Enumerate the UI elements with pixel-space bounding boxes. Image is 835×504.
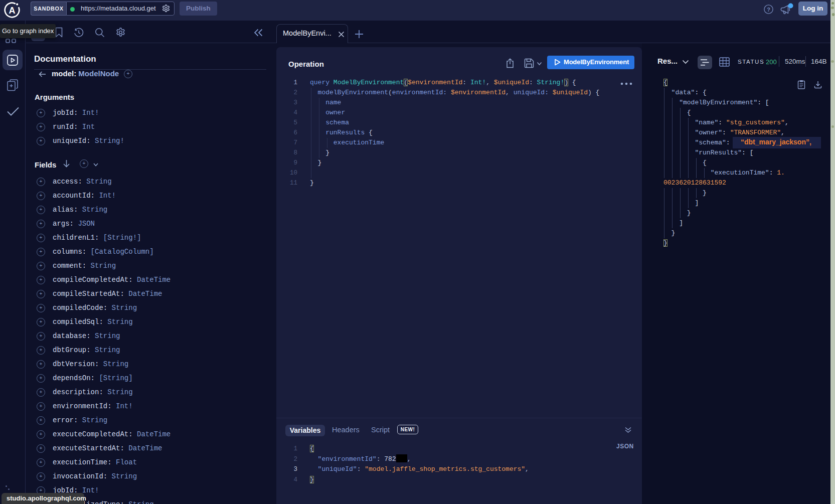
svg-text:?: ? — [767, 7, 770, 13]
svg-text:A: A — [9, 6, 16, 16]
